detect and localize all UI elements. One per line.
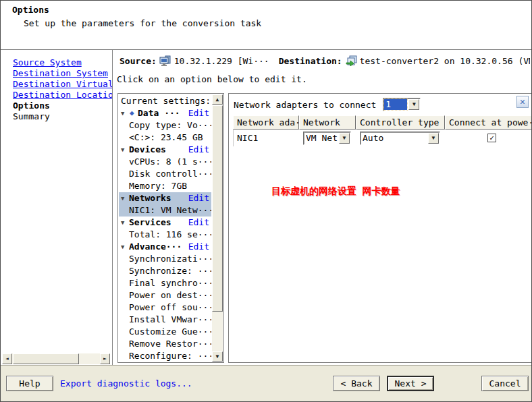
scroll-right-arrow-icon[interactable]: ► bbox=[100, 353, 110, 364]
controller-type-dropdown-value: Auto bbox=[361, 133, 427, 144]
tree-group-row[interactable]: ▼◆Data ···Edit bbox=[119, 107, 211, 119]
tree-group-label: Data ··· bbox=[119, 108, 180, 118]
tree-item-row[interactable]: NIC1: VM Netw··· bbox=[119, 204, 211, 217]
tree-item-row[interactable]: Reconfigure: ··· bbox=[119, 350, 211, 362]
controller-type-cell: Auto▼ bbox=[356, 132, 446, 145]
tree-group-row[interactable]: ▼Advance···Edit bbox=[119, 241, 211, 253]
scrollbar-thumb[interactable] bbox=[212, 105, 223, 312]
network-dropdown-value: VM Net··· bbox=[304, 133, 338, 144]
tree-item-text: Reconfigure: ··· bbox=[119, 351, 211, 361]
tree-group-row[interactable]: ▼NetworksEdit bbox=[119, 192, 211, 204]
tree-item-text: Synchronizati··· bbox=[119, 254, 211, 264]
tree-rows: Current settings: ▼◆Data ···EditCopy typ… bbox=[119, 95, 211, 362]
edit-link[interactable]: Edit bbox=[188, 192, 209, 204]
tree-header: Current settings: bbox=[119, 95, 211, 107]
main-panel: Source: 10.32.1.229 [Wi··· Destination: bbox=[113, 50, 531, 367]
column-header-2[interactable]: Network bbox=[299, 115, 356, 130]
tree-item-row[interactable]: Final synchro··· bbox=[119, 277, 211, 289]
sidebar-item-destination-system[interactable]: Destination System bbox=[1, 68, 112, 79]
tree-group-row[interactable]: ▼ServicesEdit bbox=[119, 217, 211, 229]
edit-instruction-text: Click on an option below to edit it. bbox=[117, 74, 307, 84]
tree-item-text: NIC1: VM Netw··· bbox=[119, 205, 211, 215]
table-body: NIC1VM Net···▼Auto▼✓ bbox=[233, 130, 532, 146]
tree-item-row[interactable]: Install VMwar··· bbox=[119, 314, 211, 326]
next-button[interactable]: Next > bbox=[387, 376, 434, 391]
column-header-3[interactable]: Controller type bbox=[356, 115, 445, 130]
chinese-annotation: 目标虚机的网络设置 网卡数量 bbox=[271, 185, 400, 198]
tree-item-row[interactable]: <C:>: 23.45 GB bbox=[119, 132, 211, 144]
back-button[interactable]: < Back bbox=[333, 376, 380, 391]
destination-value: test-converter2 on 10.32.0.56 (VMwar··· bbox=[360, 56, 530, 66]
tree-item-row[interactable]: Copy type: Vo··· bbox=[119, 119, 211, 132]
sidebar-item-destination-location[interactable]: Destination Location bbox=[1, 90, 112, 100]
tree-group-row[interactable]: ▼DevicesEdit bbox=[119, 144, 211, 156]
tree-item-text: Synchronize: ··· bbox=[119, 266, 211, 276]
tree-collapse-arrow-icon[interactable]: ▼ bbox=[121, 107, 124, 119]
edit-link[interactable]: Edit bbox=[188, 241, 209, 253]
tree-item-row[interactable]: Power on dest··· bbox=[119, 289, 211, 302]
connect-checkbox[interactable]: ✓ bbox=[487, 134, 496, 142]
tree-item-text: Copy type: Vo··· bbox=[119, 120, 211, 130]
sidebar-item-destination-virtual-m[interactable]: Destination Virtual M bbox=[1, 79, 112, 90]
tree-item-row[interactable]: Memory: 7GB bbox=[119, 180, 211, 192]
tree-item-text: Final synchro··· bbox=[119, 278, 211, 288]
cancel-button[interactable]: Cancel bbox=[481, 376, 529, 391]
sidebar-item-label[interactable]: Destination Virtual M bbox=[13, 79, 112, 89]
scroll-up-arrow-icon[interactable]: ▲ bbox=[212, 94, 223, 105]
connect-at-power-on-cell: ✓ bbox=[446, 134, 532, 142]
sidebar-item-label[interactable]: Destination Location bbox=[13, 90, 112, 100]
tree-collapse-arrow-icon[interactable]: ▼ bbox=[121, 144, 124, 156]
data-diamond-icon: ◆ bbox=[130, 107, 134, 119]
tree-item-text: Remove Restor··· bbox=[119, 339, 211, 349]
sidebar-item-label[interactable]: Destination System bbox=[13, 68, 108, 78]
sidebar-horizontal-scrollbar[interactable]: ◄ ► bbox=[2, 353, 110, 364]
scroll-down-arrow-icon[interactable]: ▼ bbox=[212, 351, 223, 362]
chevron-down-icon[interactable]: ▼ bbox=[339, 133, 350, 144]
tree-group-label: Services bbox=[119, 217, 171, 227]
page-subtitle: Set up the parameters for the conversion… bbox=[24, 18, 261, 28]
edit-link[interactable]: Edit bbox=[188, 144, 209, 156]
sidebar-item-label: Options bbox=[13, 100, 50, 111]
sidebar-item-source-system[interactable]: Source System bbox=[1, 57, 112, 68]
tree-collapse-arrow-icon[interactable]: ▼ bbox=[121, 217, 124, 229]
tree-item-row[interactable]: vCPUs: 8 (1 s··· bbox=[119, 156, 211, 168]
tree-item-text: Power on dest··· bbox=[119, 290, 211, 300]
scrollbar-thumb[interactable] bbox=[13, 353, 79, 364]
tree-item-text: Disk controll··· bbox=[119, 169, 211, 179]
chevron-down-icon[interactable]: ▼ bbox=[408, 99, 419, 110]
tree-item-text: Power off sou··· bbox=[119, 302, 211, 312]
tree-item-row[interactable]: Total: 116 se··· bbox=[119, 229, 211, 241]
column-header-1[interactable]: Network ada··· bbox=[233, 115, 299, 130]
wizard-step-list: Source SystemDestination SystemDestinati… bbox=[1, 57, 112, 122]
source-label: Source: bbox=[119, 56, 157, 66]
sidebar-item-options: Options bbox=[1, 100, 112, 111]
adapter-count-dropdown[interactable]: 1 ▼ bbox=[383, 98, 421, 111]
table-header-row: Network ada···NetworkController typeConn… bbox=[233, 115, 532, 130]
chevron-down-icon[interactable]: ▼ bbox=[428, 133, 439, 144]
tree-item-row[interactable]: Customize Gue··· bbox=[119, 326, 211, 338]
help-button[interactable]: Help bbox=[6, 376, 53, 391]
tree-item-row[interactable]: Remove Restor··· bbox=[119, 338, 211, 350]
tree-item-row[interactable]: Synchronize: ··· bbox=[119, 265, 211, 277]
controller-type-dropdown[interactable]: Auto▼ bbox=[360, 132, 440, 145]
export-diagnostic-logs-link[interactable]: Export diagnostic logs... bbox=[60, 378, 192, 389]
close-icon[interactable]: ✕ bbox=[516, 96, 529, 108]
tree-item-row[interactable]: Power off sou··· bbox=[119, 302, 211, 314]
scroll-left-arrow-icon[interactable]: ◄ bbox=[2, 353, 12, 364]
table-row: NIC1VM Net···▼Auto▼✓ bbox=[233, 130, 532, 146]
edit-link[interactable]: Edit bbox=[188, 217, 209, 229]
tree-collapse-arrow-icon[interactable]: ▼ bbox=[121, 192, 124, 204]
tree-group-label: Devices bbox=[119, 144, 166, 154]
converter-wizard-window: Options Set up the parameters for the co… bbox=[0, 0, 532, 402]
tree-item-row[interactable]: Disk controll··· bbox=[119, 168, 211, 180]
tree-item-row[interactable]: Synchronizati··· bbox=[119, 253, 211, 265]
tree-item-text: Customize Gue··· bbox=[119, 326, 211, 337]
footer-bar: Help Export diagnostic logs... < Back Ne… bbox=[1, 365, 531, 401]
network-dropdown[interactable]: VM Net···▼ bbox=[303, 132, 351, 145]
sidebar-item-label[interactable]: Source System bbox=[13, 57, 82, 67]
column-header-4[interactable]: Connect at powe··· bbox=[445, 115, 532, 130]
tree-collapse-arrow-icon[interactable]: ▼ bbox=[121, 241, 124, 253]
edit-link[interactable]: Edit bbox=[188, 107, 209, 119]
tree-vertical-scrollbar[interactable]: ▲ ▼ bbox=[212, 94, 223, 362]
sidebar-item-summary: Summary bbox=[1, 111, 112, 122]
